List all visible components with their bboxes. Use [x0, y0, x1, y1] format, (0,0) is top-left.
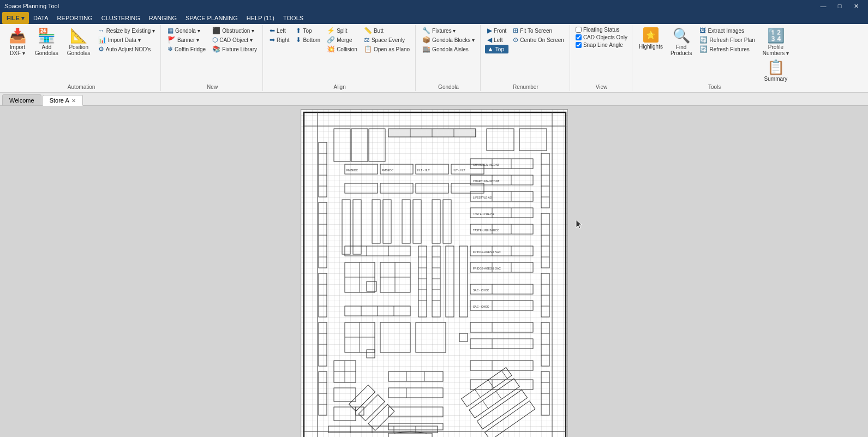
tab-store-a[interactable]: Store A ✕: [43, 95, 83, 106]
auto-adjust-button[interactable]: ⚙ Auto Adjust NOD's: [96, 45, 157, 53]
left-view-icon: ◀: [487, 36, 492, 44]
open-as-plano-button[interactable]: 📋 Open as Plano: [362, 45, 412, 53]
svg-rect-145: [469, 378, 519, 417]
svg-rect-158: [388, 372, 443, 381]
right-button[interactable]: ➡ Right: [267, 35, 291, 44]
floor-plan[interactable]: FMBEDC FMBEDC HLT - HLT HLT - HLT CHARCL…: [301, 109, 568, 438]
refresh-fixtures-icon: 🔄: [699, 45, 708, 53]
fit-to-screen-button[interactable]: ⊞ Fit To Screen: [511, 26, 566, 35]
svg-rect-155: [349, 385, 375, 411]
ribbon-group-gondola: 🔧 Fixtures ▾ 📦 Gondola Blocks ▾ 🏬 Gondol…: [417, 25, 481, 91]
svg-line-146: [482, 400, 488, 409]
refresh-fixtures-button[interactable]: 🔄 Refresh Fixtures: [697, 45, 757, 53]
floating-status-input[interactable]: [576, 27, 582, 33]
menu-item-tools[interactable]: TOOLS: [279, 12, 308, 24]
svg-rect-173: [356, 407, 364, 415]
tab-close-store-a[interactable]: ✕: [71, 98, 76, 104]
renumber-col1: ▶ Front ◀ Left ▲ Top: [485, 26, 508, 53]
extract-images-icon: 🖼: [699, 27, 706, 34]
front-button[interactable]: ▶ Front: [485, 26, 508, 35]
ribbon-group-align: ⬅ Left ➡ Right ⬆ Top ⬇ Bottom: [264, 25, 416, 91]
add-gondolas-button[interactable]: 🏪 AddGondolas: [32, 26, 62, 57]
svg-rect-38: [541, 153, 549, 208]
svg-rect-163: [388, 407, 443, 417]
split-label: Split: [337, 28, 347, 34]
svg-rect-9: [519, 129, 547, 151]
maximize-button[interactable]: □: [832, 2, 847, 10]
butt-button[interactable]: 📏 Butt: [362, 26, 412, 35]
gondola-blocks-button[interactable]: 📦 Gondola Blocks ▾: [420, 35, 477, 44]
fixture-library-button[interactable]: 📚 Fixture Library: [210, 45, 259, 53]
gondola-content: 🔧 Fixtures ▾ 📦 Gondola Blocks ▾ 🏬 Gondol…: [420, 26, 477, 83]
highlights-button[interactable]: ⭐ Highlights: [637, 26, 665, 51]
svg-rect-66: [416, 183, 448, 193]
gondola-aisles-button[interactable]: 🏬 Gondola Aisles: [420, 45, 477, 53]
menu-item-clustering[interactable]: CLUSTERING: [97, 12, 145, 24]
close-button[interactable]: ✕: [848, 2, 864, 10]
top-button[interactable]: ⬆ Top: [294, 26, 322, 35]
svg-line-147: [496, 391, 501, 399]
tab-welcome[interactable]: Welcome: [2, 94, 41, 105]
svg-rect-43: [541, 213, 549, 268]
menu-item-ranging[interactable]: RANGING: [145, 12, 181, 24]
import-data-button[interactable]: 📊 Import Data ▾: [96, 35, 157, 44]
top-view-button[interactable]: ▲ Top: [485, 45, 508, 53]
fit-to-screen-label: Fit To Screen: [520, 28, 552, 34]
import-dxf-button[interactable]: 📥 ImportDXF ▾: [5, 26, 29, 57]
floor-plan-container[interactable]: FMBEDC FMBEDC HLT - HLT HLT - HLT CHARCL…: [0, 106, 868, 437]
centre-on-screen-button[interactable]: ⊙ Centre On Screen: [511, 35, 566, 44]
coffin-fridge-button[interactable]: ❄ Coffin Fridge: [165, 45, 208, 53]
summary-button[interactable]: 📋 Summary: [759, 58, 792, 83]
svg-rect-124: [470, 322, 533, 332]
svg-rect-112: [446, 246, 454, 317]
refresh-floor-plan-button[interactable]: 🔄 Refresh Floor Plan: [697, 35, 757, 44]
butt-icon: 📏: [364, 27, 372, 34]
obstruction-button[interactable]: ⬛ Obstruction ▾: [210, 26, 259, 35]
snap-line-angle-label: Snap Line Angle: [583, 42, 623, 48]
cad-object-button[interactable]: ⬡ CAD Object ▾: [210, 35, 259, 44]
space-evenly-button[interactable]: ⚖ Space Evenly: [362, 35, 412, 44]
menu-item-data[interactable]: DATA: [29, 12, 53, 24]
minimize-button[interactable]: —: [816, 2, 831, 10]
cad-objects-only-input[interactable]: [576, 34, 582, 40]
extract-images-button[interactable]: 🖼 Extract Images: [697, 26, 757, 35]
refresh-fixtures-label: Refresh Fixtures: [709, 46, 749, 52]
left-view-button[interactable]: ◀ Left: [485, 35, 508, 44]
bottom-button[interactable]: ⬇ Bottom: [294, 35, 322, 44]
menu-item-help[interactable]: HELP (11): [242, 12, 279, 24]
menu-item-reporting[interactable]: REPORTING: [53, 12, 97, 24]
menu-item-file[interactable]: FILE ▾: [2, 12, 29, 24]
menu-item-space-planning[interactable]: SPACE PLANNING: [181, 12, 242, 24]
ribbon-group-renumber: ▶ Front ◀ Left ▲ Top ⊞ Fit To Screen: [482, 25, 570, 91]
renumber-label: Renumber: [485, 83, 566, 90]
banner-button[interactable]: 🚩 Banner ▾: [165, 35, 208, 44]
ribbon: 📥 ImportDXF ▾ 🏪 AddGondolas 📐 PositionGo…: [0, 24, 868, 93]
snap-line-angle-checkbox[interactable]: Snap Line Angle: [574, 41, 628, 49]
resize-existing-button[interactable]: ↔ Resize by Existing ▾: [96, 26, 157, 35]
merge-icon: 🔗: [327, 36, 335, 44]
find-products-button[interactable]: 🔍 FindProducts: [667, 26, 695, 57]
position-gondolas-button[interactable]: 📐 PositionGondolas: [64, 26, 94, 57]
svg-rect-128: [470, 361, 533, 370]
split-button[interactable]: ⚡ Split: [325, 26, 360, 35]
summary-icon: 📋: [767, 59, 785, 76]
cad-objects-only-checkbox[interactable]: CAD Objects Only: [574, 34, 628, 41]
split-icon: ⚡: [327, 27, 335, 34]
open-as-plano-label: Open as Plano: [374, 46, 410, 52]
svg-text:SAC - CHOC: SAC - CHOC: [473, 289, 489, 292]
profile-numbers-button[interactable]: 🔢 ProfileNumbers ▾: [759, 26, 792, 57]
merge-button[interactable]: 🔗 Merge: [325, 35, 360, 44]
floating-status-checkbox[interactable]: Floating Status: [574, 26, 628, 33]
snap-line-angle-input[interactable]: [576, 42, 582, 48]
collision-button[interactable]: 💥 Collision: [325, 45, 360, 53]
profile-numbers-icon: 🔢: [767, 27, 785, 44]
fixtures-button[interactable]: 🔧 Fixtures ▾: [420, 26, 477, 35]
top-view-label: Top: [495, 46, 504, 52]
left-button[interactable]: ⬅ Left: [267, 26, 291, 35]
gondola-button[interactable]: ▦ Gondola ▾: [165, 26, 208, 35]
fixtures-icon: 🔧: [422, 27, 430, 34]
profile-numbers-label: ProfileNumbers ▾: [763, 44, 789, 56]
svg-rect-106: [432, 246, 440, 317]
svg-rect-130: [470, 380, 533, 390]
fixtures-label: Fixtures ▾: [432, 28, 456, 34]
